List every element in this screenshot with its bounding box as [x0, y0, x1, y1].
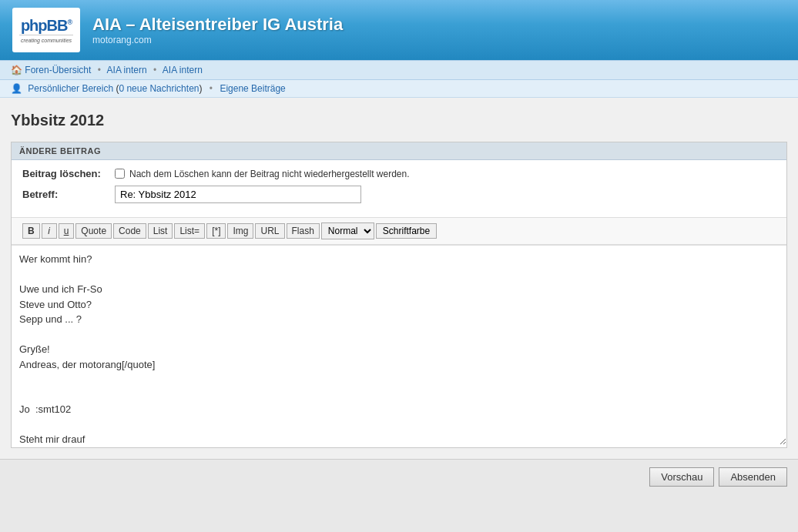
main-content: Ybbsitz 2012 ÄNDERE BEITRAG Beitrag lösc… [0, 98, 798, 459]
breadcrumb-link-home[interactable]: Foren-Übersicht [25, 65, 91, 75]
user-icon: 👤 [11, 83, 22, 94]
form-body: Beitrag löschen: Nach dem Löschen kann d… [12, 160, 786, 217]
breadcrumb-link-aia-intern-2[interactable]: AIA intern [163, 65, 203, 75]
bottom-bar: Vorschau Absenden [0, 459, 798, 494]
subject-row: Betreff: [22, 186, 776, 203]
site-header: phpBB® creating communities AIA – Alteis… [0, 0, 798, 60]
logo-area: phpBB® creating communities [12, 8, 80, 52]
quote-button[interactable]: Quote [75, 223, 112, 239]
delete-row: Beitrag löschen: Nach dem Löschen kann d… [22, 168, 776, 179]
phpbb-logo: phpBB® creating communities [12, 8, 80, 52]
home-icon: 🏠 [11, 65, 22, 75]
page-title: Ybbsitz 2012 [11, 112, 787, 132]
list-button[interactable]: List [148, 223, 173, 239]
site-title: AIA – Alteisentreiber IG Austria [92, 15, 343, 35]
delete-checkbox[interactable] [115, 169, 125, 179]
new-messages-link[interactable]: 0 neue Nachrichten [119, 83, 199, 94]
breadcrumb-bar: 🏠 Foren-Übersicht • AIA intern • AIA int… [0, 60, 798, 80]
delete-note: Nach dem Löschen kann der Beitrag nicht … [129, 169, 410, 179]
logo-divider [19, 35, 73, 35]
flash-button[interactable]: Flash [287, 223, 320, 239]
code-button[interactable]: Code [113, 223, 146, 239]
userbar-dot: • [210, 83, 213, 94]
message-textarea[interactable]: Wer kommt hin? Uwe und ich Fr-So Steve u… [12, 245, 786, 445]
form-section-title: ÄNDERE BEITRAG [12, 142, 786, 160]
list-star-button[interactable]: [*] [206, 223, 226, 239]
subject-label: Betreff: [22, 189, 115, 200]
bold-button[interactable]: B [22, 223, 40, 239]
breadcrumb-sep-1: • [98, 65, 101, 75]
logo-tagline: creating communities [21, 38, 72, 43]
underline-button[interactable]: u [59, 223, 75, 239]
preview-button[interactable]: Vorschau [649, 467, 714, 487]
user-bar: 👤 Persönlicher Bereich (0 neue Nachricht… [0, 80, 798, 98]
editor-toolbar: B i u Quote Code List List= [*] Img URL … [12, 217, 786, 245]
font-size-select[interactable]: Normal Tiny Small Large Huge [321, 223, 374, 239]
site-title-area: AIA – Alteisentreiber IG Austria motoran… [92, 15, 343, 45]
breadcrumb-link-aia-intern-1[interactable]: AIA intern [107, 65, 147, 75]
font-color-button[interactable]: Schriftfarbe [376, 223, 437, 239]
subject-input[interactable] [115, 186, 361, 203]
submit-button[interactable]: Absenden [719, 467, 787, 487]
site-url: motorang.com [92, 35, 343, 45]
personal-area-link[interactable]: Persönlicher Bereich [28, 83, 113, 94]
list-item-button[interactable]: List= [174, 223, 205, 239]
delete-label: Beitrag löschen: [22, 168, 115, 179]
edit-form-container: ÄNDERE BEITRAG Beitrag löschen: Nach dem… [11, 142, 787, 448]
own-posts-link[interactable]: Eigene Beiträge [220, 83, 285, 94]
url-button[interactable]: URL [255, 223, 284, 239]
phpbb-logo-text: phpBB® [21, 18, 72, 33]
italic-button[interactable]: i [42, 223, 57, 239]
breadcrumb-sep-2: • [153, 65, 156, 75]
img-button[interactable]: Img [227, 223, 253, 239]
